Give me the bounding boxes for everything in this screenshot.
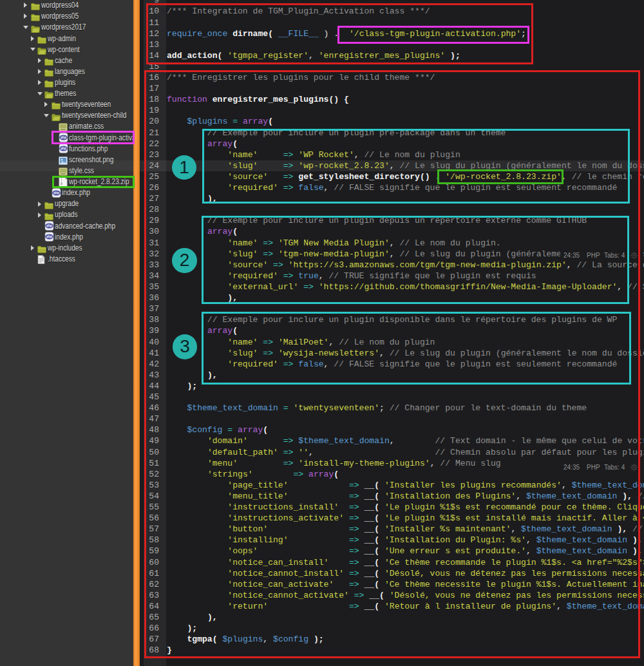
svg-text:php: php [46,236,52,239]
svg-text:php: php [46,224,52,227]
svg-text:css: css [61,172,66,175]
svg-text:php: php [53,191,59,195]
svg-text:php: php [61,147,66,151]
